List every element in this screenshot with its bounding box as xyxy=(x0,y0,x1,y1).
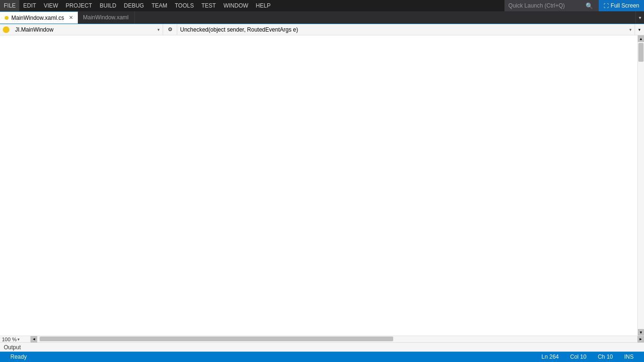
editor-content[interactable] xyxy=(0,35,637,336)
fullscreen-icon: ⛶ xyxy=(603,3,609,8)
tab-label-2: MainWindow.xaml xyxy=(83,14,129,21)
zoom-control[interactable]: 100 % ▾ xyxy=(0,336,31,342)
class-dropdown[interactable]: JI.MainWindow ▾ xyxy=(12,24,163,35)
scroll-thumb-horizontal[interactable] xyxy=(40,337,393,341)
fullscreen-label: Full Screen xyxy=(611,2,639,9)
tab-dropdown-button[interactable]: ▾ xyxy=(636,11,644,24)
menu-team[interactable]: TEAM xyxy=(148,0,171,11)
search-icon: 🔍 xyxy=(586,2,593,9)
menu-edit[interactable]: EDIT xyxy=(19,0,40,11)
menu-test[interactable]: TEST xyxy=(198,0,220,11)
scroll-thumb-vertical[interactable] xyxy=(638,43,644,62)
nav-icon: ⚙ xyxy=(168,26,173,33)
menu-help[interactable]: HELP xyxy=(252,0,274,11)
status-mode[interactable]: INS xyxy=(619,354,639,360)
menu-build[interactable]: BUILD xyxy=(96,0,120,11)
status-ready: Ready xyxy=(5,354,33,360)
nav-right-button[interactable]: ▾ xyxy=(635,24,644,35)
nav-right-icon: ▾ xyxy=(638,27,641,32)
tab-close-button-1[interactable]: ✕ xyxy=(69,15,73,21)
nav-dot-indicator xyxy=(3,26,9,33)
nav-icon-button[interactable]: ⚙ xyxy=(163,24,177,35)
scroll-track-vertical[interactable] xyxy=(638,42,644,329)
quick-launch-input[interactable] xyxy=(508,2,584,9)
status-ln[interactable]: Ln 264 xyxy=(536,354,565,360)
method-name: Unchecked(object sender, RoutedEventArgs… xyxy=(180,26,298,33)
fullscreen-button[interactable]: ⛶ Full Screen xyxy=(599,0,644,11)
menu-window[interactable]: WINDOW xyxy=(220,0,252,11)
class-dropdown-arrow: ▾ xyxy=(157,27,160,32)
tab-mainwindow-xaml-cs[interactable]: MainWindow.xaml.cs ✕ xyxy=(0,11,78,24)
bottom-section: 100 % ▾ ◄ ► Output Ready Ln 264 Col 10 C… xyxy=(0,336,644,362)
menu-tools[interactable]: TOOLS xyxy=(171,0,198,11)
scroll-up-button[interactable]: ▲ xyxy=(638,35,644,42)
zoom-label: 100 % xyxy=(2,337,17,342)
menu-file[interactable]: FILE xyxy=(0,0,19,11)
status-right-group: Ln 264 Col 10 Ch 10 INS xyxy=(536,354,639,360)
status-col[interactable]: Col 10 xyxy=(564,354,592,360)
menu-debug[interactable]: DEBUG xyxy=(120,0,148,11)
tab-modified-dot xyxy=(5,16,8,20)
output-bar: Output xyxy=(0,342,644,352)
tab-bar-empty-area xyxy=(135,11,636,24)
tab-label-1: MainWindow.xaml.cs xyxy=(11,15,64,21)
scroll-left-button[interactable]: ◄ xyxy=(31,336,37,343)
class-name: JI.MainWindow xyxy=(15,26,53,33)
tab-bar: MainWindow.xaml.cs ✕ MainWindow.xaml ▾ xyxy=(0,11,644,24)
vertical-scrollbar[interactable]: ▲ ▼ xyxy=(637,35,644,336)
status-bar: Ready Ln 264 Col 10 Ch 10 INS xyxy=(0,352,644,362)
output-label: Output xyxy=(4,344,21,351)
method-dropdown-arrow: ▾ xyxy=(629,27,632,32)
scroll-down-button[interactable]: ▼ xyxy=(638,329,644,336)
horizontal-scrollbar-area: 100 % ▾ ◄ ► xyxy=(0,336,644,342)
scroll-track-horizontal[interactable] xyxy=(37,336,637,342)
method-dropdown[interactable]: Unchecked(object sender, RoutedEventArgs… xyxy=(177,24,635,35)
menu-bar: FILE EDIT VIEW PROJECT BUILD DEBUG TEAM … xyxy=(0,0,644,11)
editor-area: ▲ ▼ xyxy=(0,35,644,336)
nav-bar: JI.MainWindow ▾ ⚙ Unchecked(object sende… xyxy=(0,24,644,35)
menu-view[interactable]: VIEW xyxy=(40,0,62,11)
zoom-dropdown-arrow[interactable]: ▾ xyxy=(17,337,20,342)
quick-launch-container: 🔍 xyxy=(504,0,599,11)
tab-mainwindow-xaml[interactable]: MainWindow.xaml xyxy=(78,11,135,24)
status-ch[interactable]: Ch 10 xyxy=(592,354,619,360)
menu-project[interactable]: PROJECT xyxy=(62,0,96,11)
scroll-right-button[interactable]: ► xyxy=(637,336,644,343)
